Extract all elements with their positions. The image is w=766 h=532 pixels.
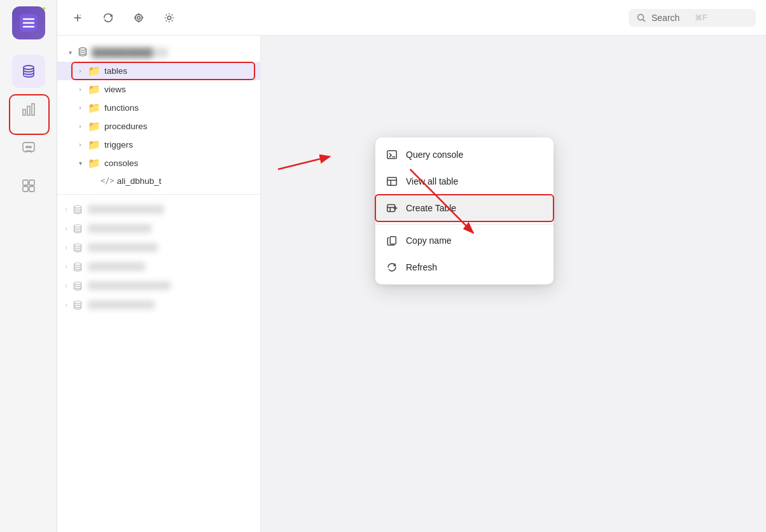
create-table-label: Create Table — [406, 203, 456, 213]
folder-icon-consoles: 📁 — [88, 157, 101, 169]
chevron-right-icon-views: › — [75, 85, 85, 95]
sidebar: ✦ — [0, 0, 57, 532]
triggers-label: triggers — [104, 140, 133, 150]
menu-item-refresh[interactable]: Refresh — [375, 254, 554, 281]
svg-line-23 — [643, 19, 646, 22]
view-all-table-label: View all table — [406, 176, 458, 186]
folder-icon-triggers: 📁 — [88, 139, 101, 151]
svg-point-8 — [29, 146, 31, 148]
svg-rect-9 — [23, 180, 28, 185]
blurred-text-6 — [88, 300, 155, 309]
sidebar-item-chart[interactable] — [12, 93, 45, 126]
procedures-label: procedures — [104, 122, 148, 131]
tree-item-blurred-6[interactable]: › — [57, 295, 260, 314]
db-icon-blurred-1 — [73, 204, 83, 214]
svg-rect-12 — [29, 186, 34, 192]
svg-point-22 — [638, 14, 644, 20]
tree-item-procedures[interactable]: › 📁 procedures — [57, 117, 260, 136]
blurred-text-3 — [88, 243, 158, 252]
tree-item-consoles[interactable]: ▾ 📁 consoles — [57, 154, 260, 172]
tree-item-blurred-1[interactable]: › — [57, 200, 260, 219]
logo-icon — [20, 14, 38, 32]
chevron-right-icon-procedures: › — [75, 122, 85, 132]
tree-panel: ▾ ██████████ › 📁 — [57, 36, 261, 532]
code-item-icon: </> — [101, 176, 115, 185]
toolbar: Search ⌘F — [57, 0, 766, 36]
settings-button[interactable] — [159, 8, 179, 28]
blurred-text-4 — [88, 262, 145, 271]
sidebar-item-grid[interactable] — [12, 169, 45, 202]
tree-item-ali-dbhub[interactable]: </> ali_dbhub_t — [57, 172, 260, 189]
svg-point-15 — [136, 14, 143, 21]
db-label: ██████████ — [92, 48, 168, 57]
svg-rect-33 — [387, 178, 396, 186]
chevron-right-icon-triggers: › — [75, 140, 85, 150]
svg-point-29 — [74, 282, 81, 284]
svg-rect-3 — [27, 106, 30, 115]
tree-item-blurred-2[interactable]: › — [57, 219, 260, 238]
star-badge: ✦ — [41, 5, 46, 12]
chevron-right-icon-functions: › — [75, 103, 85, 113]
blurred-text-2 — [88, 224, 151, 233]
folder-icon: 📁 — [88, 65, 101, 77]
refresh-button[interactable] — [98, 8, 118, 28]
detail-area: Query console View all table — [261, 36, 766, 532]
tree-item-tables[interactable]: › 📁 tables — [57, 62, 260, 80]
db-icon-blurred-4 — [73, 262, 83, 272]
svg-point-28 — [74, 263, 81, 265]
terminal-icon — [386, 148, 398, 161]
ali-dbhub-label: ali_dbhub_t — [117, 176, 162, 186]
functions-label: functions — [104, 103, 139, 113]
copy-name-label: Copy name — [406, 235, 452, 246]
app-logo[interactable]: ✦ — [12, 6, 45, 39]
chevron-right-icon-ali — [88, 176, 98, 186]
views-label: views — [104, 85, 126, 94]
blurred-text-5 — [88, 281, 171, 290]
main-panel: Search ⌘F ▾ — [57, 0, 766, 532]
menu-item-view-all-table[interactable]: View all table — [375, 168, 554, 195]
search-shortcut: ⌘F — [695, 13, 707, 22]
folder-icon-views: 📁 — [88, 83, 101, 95]
svg-rect-11 — [23, 186, 28, 192]
svg-point-7 — [27, 146, 29, 148]
search-icon — [636, 13, 646, 23]
tree-item-views[interactable]: › 📁 views — [57, 80, 260, 99]
copy-icon — [386, 234, 398, 247]
menu-item-create-table[interactable]: Create Table — [375, 195, 554, 221]
svg-rect-4 — [32, 104, 34, 115]
tree-item-blurred-3[interactable]: › — [57, 238, 260, 257]
target-button[interactable] — [129, 8, 149, 28]
refresh-icon — [386, 261, 398, 274]
context-menu: Query console View all table — [375, 137, 554, 284]
menu-item-copy-name[interactable]: Copy name — [375, 227, 554, 254]
search-box[interactable]: Search ⌘F — [629, 9, 756, 27]
add-button[interactable] — [67, 8, 88, 28]
refresh-label: Refresh — [406, 262, 437, 272]
tables-label: tables — [104, 66, 127, 76]
folder-icon-procedures: 📁 — [88, 120, 101, 132]
content-area: ▾ ██████████ › 📁 — [57, 36, 766, 532]
chevron-right-icon: › — [75, 66, 85, 76]
svg-point-27 — [74, 244, 81, 246]
query-console-label: Query console — [406, 150, 463, 160]
tree-item-db-root[interactable]: ▾ ██████████ — [57, 43, 260, 62]
sidebar-item-chat[interactable] — [12, 131, 45, 164]
menu-item-query-console[interactable]: Query console — [375, 141, 554, 168]
svg-rect-10 — [29, 180, 34, 185]
db-icon-blurred-5 — [73, 281, 83, 291]
tree-item-blurred-5[interactable]: › — [57, 276, 260, 295]
tree-item-blurred-4[interactable]: › — [57, 257, 260, 276]
sidebar-item-database[interactable] — [12, 55, 45, 88]
create-table-highlight-border — [375, 194, 554, 222]
svg-point-1 — [24, 66, 34, 69]
tree-item-triggers[interactable]: › 📁 triggers — [57, 136, 260, 154]
svg-rect-31 — [387, 151, 396, 159]
tree-item-functions[interactable]: › 📁 functions — [57, 99, 260, 117]
table-view-icon — [386, 175, 398, 188]
db-icon-blurred-6 — [73, 300, 83, 310]
svg-point-21 — [167, 16, 171, 19]
svg-rect-2 — [23, 109, 25, 115]
db-icon-blurred-2 — [73, 223, 83, 234]
chevron-down-icon: ▾ — [65, 48, 75, 58]
db-icon-blurred-3 — [73, 242, 83, 253]
